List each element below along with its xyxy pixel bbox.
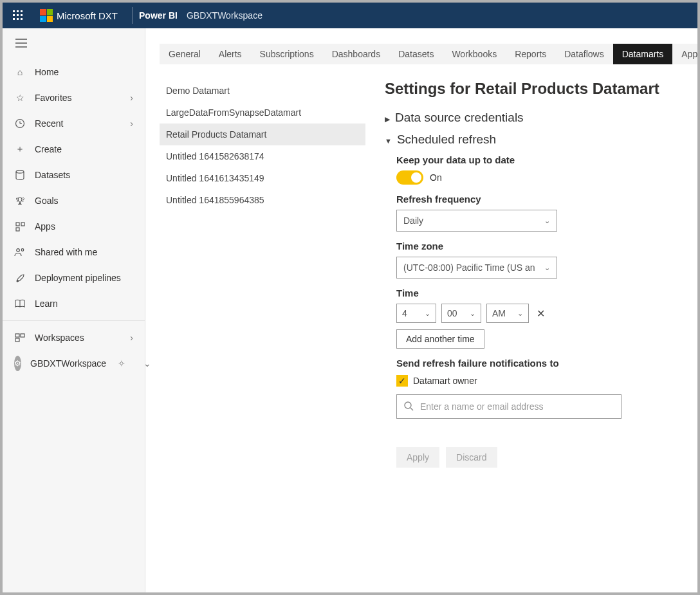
header-app-name: Power BI: [139, 10, 178, 21]
time-hour-value: 4: [402, 308, 407, 318]
chevron-down-icon: ⌄: [544, 217, 550, 225]
star-icon: ☆: [14, 93, 26, 103]
section-refresh-label: Scheduled refresh: [397, 133, 496, 147]
timezone-label: Time zone: [396, 241, 677, 252]
sidebar-item-label: Recent: [35, 118, 63, 129]
svg-line-25: [410, 408, 413, 410]
datamart-list-item[interactable]: Demo Datamart: [160, 80, 365, 102]
time-ampm-select[interactable]: AM ⌄: [486, 304, 529, 323]
frequency-select[interactable]: Daily ⌄: [396, 210, 557, 232]
page-title: Settings for Retail Products Datamart: [385, 80, 677, 98]
clock-icon: [14, 118, 26, 129]
frequency-value: Daily: [403, 215, 423, 226]
datamart-list-item[interactable]: Untitled 1641582638174: [160, 145, 365, 167]
discard-button[interactable]: Discard: [446, 447, 497, 468]
home-icon: ⌂: [14, 67, 26, 77]
svg-rect-4: [17, 14, 19, 16]
section-credentials-toggle[interactable]: Data source credentials: [385, 111, 677, 125]
svg-rect-3: [13, 14, 15, 16]
timezone-select[interactable]: (UTC-08:00) Pacific Time (US an ⌄: [396, 257, 557, 279]
time-label: Time: [396, 288, 677, 298]
microsoft-logo: Microsoft DXT: [40, 9, 118, 22]
tab-workbooks[interactable]: Workbooks: [443, 44, 506, 64]
sidebar-item-learn[interactable]: Learn: [3, 291, 145, 316]
content-area: GeneralAlertsSubscriptionsDashboardsData…: [145, 28, 697, 592]
notify-owner-checkbox[interactable]: ✓: [396, 375, 408, 387]
datamart-list-item[interactable]: Untitled 1641613435149: [160, 167, 365, 189]
trophy-icon: 🏆︎: [14, 196, 26, 206]
tab-reports[interactable]: Reports: [506, 44, 555, 64]
tab-dashboards[interactable]: Dashboards: [323, 44, 390, 64]
chevron-down-icon: ⌄: [425, 309, 430, 318]
notify-email-input[interactable]: [420, 401, 614, 412]
svg-rect-16: [16, 223, 19, 226]
section-refresh-toggle[interactable]: Scheduled refresh: [385, 133, 677, 147]
chevron-right-icon: ›: [130, 93, 133, 103]
left-sidebar: ⌂ Home ☆ Favorites › Recent › ＋ Create D…: [3, 28, 145, 592]
time-minute-select[interactable]: 00 ⌄: [441, 304, 481, 323]
chevron-down-icon: ⌄: [544, 264, 550, 272]
sidebar-current-workspace[interactable]: ⚙︎ GBDXTWorkspace ✧ ⌄: [3, 351, 145, 376]
sidebar-separator: [3, 320, 145, 321]
apps-icon: [14, 222, 26, 232]
svg-rect-7: [17, 18, 19, 20]
keep-data-label: Keep your data up to date: [396, 154, 677, 165]
sidebar-item-pipelines[interactable]: Deployment pipelines: [3, 265, 145, 291]
tab-datamarts[interactable]: Datamarts: [613, 44, 673, 64]
sidebar-item-datasets[interactable]: Datasets: [3, 162, 145, 188]
settings-panel: Settings for Retail Products Datamart Da…: [385, 80, 683, 592]
tab-datasets[interactable]: Datasets: [389, 44, 443, 64]
sidebar-item-shared[interactable]: Shared with me: [3, 239, 145, 265]
datamart-list-item[interactable]: LargeDataFromSynapseDatamart: [160, 102, 365, 124]
svg-rect-8: [21, 18, 23, 20]
sidebar-item-label: Apps: [35, 221, 55, 232]
sidebar-item-recent[interactable]: Recent ›: [3, 111, 145, 136]
time-minute-value: 00: [447, 308, 457, 318]
brand-text: Microsoft DXT: [57, 10, 118, 21]
app-launcher-button[interactable]: [3, 3, 33, 28]
sidebar-item-label: Shared with me: [35, 247, 97, 257]
scheduled-refresh-toggle[interactable]: [396, 170, 423, 185]
svg-point-19: [17, 249, 20, 252]
svg-rect-6: [13, 18, 15, 20]
svg-point-15: [16, 170, 24, 173]
tab-dataflows[interactable]: Dataflows: [555, 44, 612, 64]
datamart-list-item[interactable]: Untitled 1641855964385: [160, 189, 365, 211]
global-header: Microsoft DXT Power BI GBDXTWorkspace: [3, 3, 697, 28]
apply-button[interactable]: Apply: [396, 447, 439, 468]
tab-general[interactable]: General: [160, 44, 210, 64]
frequency-label: Refresh frequency: [396, 194, 677, 205]
workspaces-icon: [14, 333, 26, 342]
datamart-list-item[interactable]: Retail Products Datamart: [160, 124, 365, 145]
book-icon: [14, 299, 26, 308]
sidebar-item-label: Deployment pipelines: [35, 273, 121, 283]
tab-alerts[interactable]: Alerts: [210, 44, 251, 64]
timezone-value: (UTC-08:00) Pacific Time (US an: [403, 262, 539, 273]
hamburger-icon[interactable]: [15, 39, 27, 50]
sidebar-item-home[interactable]: ⌂ Home: [3, 59, 145, 85]
tab-subscriptions[interactable]: Subscriptions: [251, 44, 323, 64]
sidebar-item-label: Favorites: [35, 93, 72, 103]
sidebar-item-workspaces[interactable]: Workspaces ›: [3, 325, 145, 351]
svg-rect-5: [21, 14, 23, 16]
header-workspace-name: GBDXTWorkspace: [187, 10, 262, 21]
svg-rect-21: [15, 334, 19, 337]
svg-rect-1: [17, 10, 19, 12]
svg-rect-18: [16, 228, 19, 231]
tab-app[interactable]: App: [672, 44, 697, 64]
notify-label: Send refresh failure notifications to: [396, 358, 677, 369]
sidebar-item-goals[interactable]: 🏆︎ Goals: [3, 188, 145, 214]
sidebar-item-create[interactable]: ＋ Create: [3, 136, 145, 162]
header-divider: [132, 7, 133, 24]
plus-icon: ＋: [14, 143, 26, 155]
sidebar-item-favorites[interactable]: ☆ Favorites ›: [3, 85, 145, 111]
svg-rect-22: [21, 334, 24, 337]
sidebar-item-apps[interactable]: Apps: [3, 214, 145, 239]
add-time-button[interactable]: Add another time: [396, 329, 484, 349]
sidebar-item-label: Create: [35, 144, 62, 154]
svg-point-24: [405, 402, 411, 408]
chevron-right-icon: ›: [130, 118, 133, 129]
svg-point-20: [21, 249, 24, 252]
time-hour-select[interactable]: 4 ⌄: [396, 304, 436, 323]
remove-time-button[interactable]: ✕: [534, 307, 548, 320]
